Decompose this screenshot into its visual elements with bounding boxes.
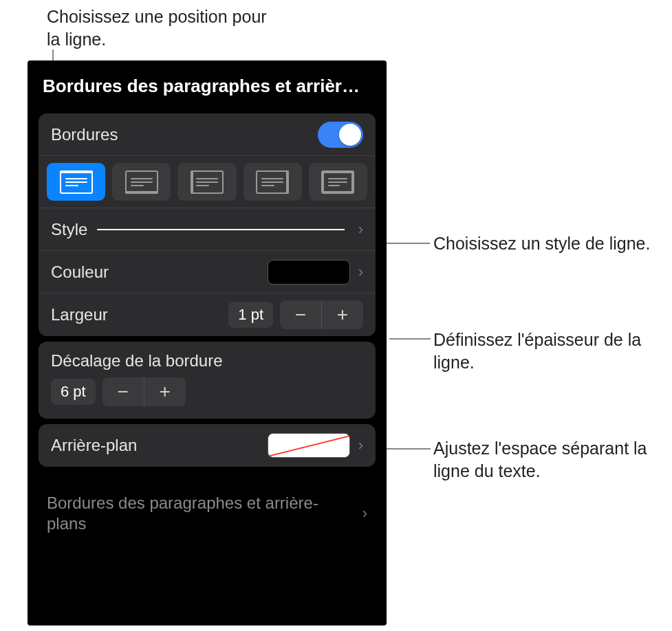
panel-title: Bordures des paragraphes et arrièr… — [28, 60, 387, 108]
offset-group: Décalage de la bordure 6 pt − + — [39, 342, 376, 419]
offset-decrease-button[interactable]: − — [102, 377, 144, 406]
background-label: Arrière-plan — [51, 436, 268, 455]
border-position-left[interactable] — [177, 163, 236, 201]
border-left-icon — [191, 170, 224, 194]
borders-label: Bordures — [51, 125, 318, 144]
borders-group: Bordures — [39, 113, 376, 336]
width-value[interactable]: 1 pt — [228, 302, 273, 328]
background-swatch[interactable] — [268, 433, 350, 458]
chevron-right-icon: › — [358, 221, 363, 239]
border-position-bottom[interactable] — [112, 163, 171, 201]
border-top-icon — [60, 170, 93, 194]
line-style-preview — [97, 229, 344, 230]
style-row[interactable]: Style › — [39, 208, 376, 251]
callout-width: Définissez l'épaisseur de la ligne. — [433, 329, 667, 373]
chevron-right-icon: › — [358, 436, 363, 454]
style-label: Style — [51, 220, 87, 239]
borders-toggle[interactable] — [318, 122, 363, 148]
border-position-all[interactable] — [309, 163, 367, 201]
border-position-right[interactable] — [243, 163, 302, 201]
callout-style-line — [385, 243, 430, 244]
color-label: Couleur — [51, 263, 268, 282]
offset-increase-button[interactable]: + — [144, 377, 186, 406]
color-row[interactable]: Couleur › — [39, 251, 376, 294]
chevron-right-icon: › — [362, 505, 367, 522]
callout-width-line — [389, 338, 431, 340]
borders-toggle-row: Bordures — [39, 113, 376, 156]
width-label: Largeur — [51, 305, 228, 324]
toggle-knob — [339, 124, 361, 146]
background-row[interactable]: Arrière-plan › — [39, 424, 376, 467]
bottom-nav-label: Bordures des paragraphes et arrière-plan… — [47, 493, 354, 534]
width-decrease-button[interactable]: − — [280, 300, 321, 329]
bottom-nav-item[interactable]: Bordures des paragraphes et arrière-plan… — [39, 487, 376, 540]
width-increase-button[interactable]: + — [322, 300, 363, 329]
callout-position: Choisissez une position pour la ligne. — [47, 5, 267, 50]
color-swatch[interactable] — [268, 260, 350, 285]
callout-style: Choisissez un style de ligne. — [433, 232, 653, 255]
background-group: Arrière-plan › — [39, 424, 376, 467]
border-bottom-icon — [125, 170, 158, 194]
border-position-top[interactable] — [47, 163, 105, 201]
offset-value[interactable]: 6 pt — [51, 379, 96, 405]
width-row: Largeur 1 pt − + — [39, 294, 376, 336]
inspector-panel: Bordures des paragraphes et arrièr… Bord… — [28, 60, 387, 626]
border-all-icon — [321, 170, 354, 194]
chevron-right-icon: › — [358, 263, 363, 281]
border-right-icon — [256, 170, 289, 194]
offset-row: 6 pt − + — [39, 377, 376, 416]
offset-stepper: − + — [102, 377, 186, 406]
callout-offset: Ajustez l'espace séparant la ligne du te… — [433, 437, 667, 482]
offset-section-label: Décalage de la bordure — [39, 351, 376, 377]
border-position-row — [39, 156, 376, 208]
width-stepper: − + — [280, 300, 363, 329]
